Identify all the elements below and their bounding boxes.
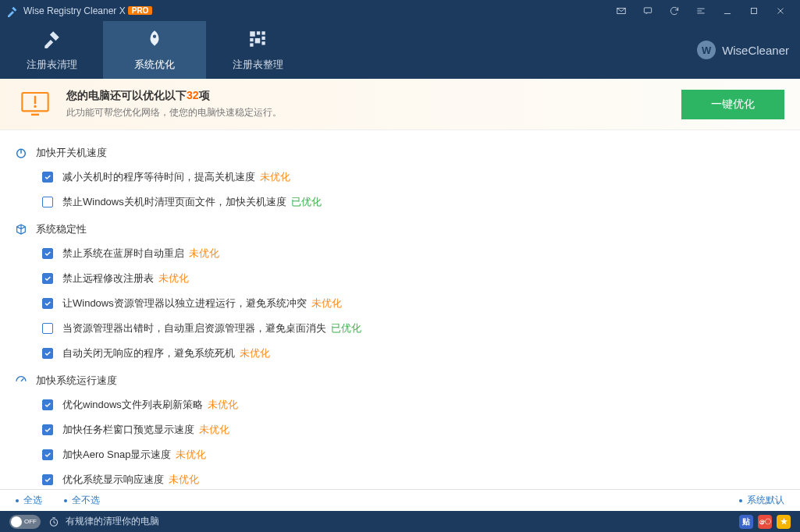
content-list[interactable]: 加快开关机速度减小关机时的程序等待时间，提高关机速度未优化禁止Windows关机… — [0, 130, 800, 489]
pro-badge: PRO — [128, 6, 153, 15]
section-title: 系统稳定性 — [36, 222, 87, 236]
tab-registry-clean[interactable]: 注册表清理 — [0, 21, 103, 79]
list-item: 禁止远程修改注册表未优化 — [14, 266, 786, 291]
footer-actions: 全选 全不选 系统默认 — [0, 489, 800, 511]
item-text: 禁止远程修改注册表 — [62, 271, 154, 286]
checkbox[interactable] — [42, 424, 53, 435]
checkbox[interactable] — [42, 348, 53, 359]
section: 加快开关机速度减小关机时的程序等待时间，提高关机速度未优化禁止Windows关机… — [14, 141, 786, 215]
system-default-link[interactable]: 系统默认 — [739, 494, 784, 507]
checkbox[interactable] — [42, 298, 53, 309]
rocket-icon — [144, 29, 165, 51]
svg-rect-2 — [752, 8, 757, 13]
app-icon — [6, 5, 19, 17]
section: 加快系统运行速度优化windows文件列表刷新策略未优化加快任务栏窗口预览显示速… — [14, 369, 786, 489]
status-badge: 已优化 — [331, 321, 361, 335]
mail-icon[interactable] — [608, 0, 635, 21]
list-item: 当资源管理器出错时，自动重启资源管理器，避免桌面消失已优化 — [14, 316, 786, 341]
menu-icon[interactable] — [688, 0, 714, 21]
list-item: 优化windows文件列表刷新策略未优化 — [14, 392, 786, 417]
section-header[interactable]: 系统稳定性 — [14, 218, 786, 241]
item-text: 优化windows文件列表刷新策略 — [62, 398, 203, 412]
status-badge: 未优化 — [311, 296, 342, 310]
select-all-link[interactable]: 全选 — [16, 494, 42, 507]
svg-rect-7 — [250, 37, 253, 41]
app-title: Wise Registry Cleaner X — [23, 5, 126, 16]
status-badge: 未优化 — [176, 448, 206, 462]
status-badge: 未优化 — [199, 423, 229, 437]
item-text: 减小关机时的程序等待时间，提高关机速度 — [62, 170, 255, 184]
close-button[interactable] — [767, 0, 794, 21]
svg-rect-9 — [261, 36, 265, 39]
tieba-icon[interactable]: 贴 — [739, 515, 753, 529]
status-badge: 未优化 — [260, 170, 290, 184]
svg-rect-13 — [31, 113, 39, 115]
feedback-icon[interactable] — [635, 0, 661, 21]
checkbox[interactable] — [42, 248, 53, 259]
item-text: 当资源管理器出错时，自动重启资源管理器，避免桌面消失 — [62, 321, 326, 335]
weibo-icon[interactable]: ෙ — [758, 515, 772, 529]
svg-rect-11 — [261, 41, 265, 44]
optimize-button[interactable]: 一键优化 — [681, 90, 784, 119]
svg-rect-4 — [250, 31, 255, 37]
star-icon[interactable]: ★ — [777, 515, 791, 529]
status-badge: 未优化 — [189, 246, 219, 261]
checkbox[interactable] — [42, 399, 53, 410]
schedule-text: 有规律的清理你的电脑 — [66, 515, 159, 528]
cube-icon — [14, 222, 28, 236]
minimize-button[interactable] — [714, 0, 741, 21]
checkbox[interactable] — [42, 474, 53, 485]
section-title: 加快系统运行速度 — [36, 374, 117, 388]
svg-rect-8 — [255, 37, 261, 42]
brand-right: W WiseCleaner — [697, 41, 789, 59]
tab-label: 注册表清理 — [27, 58, 77, 72]
svg-rect-5 — [257, 31, 260, 34]
svg-point-3 — [153, 34, 156, 37]
svg-rect-10 — [250, 43, 253, 46]
checkbox[interactable] — [42, 273, 53, 284]
clock-icon — [48, 516, 59, 527]
nav-tabs: 注册表清理系统优化注册表整理 W WiseCleaner — [0, 21, 800, 79]
status-badge: 未优化 — [158, 271, 189, 286]
tab-registry-defrag[interactable]: 注册表整理 — [206, 21, 309, 79]
section-header[interactable]: 加快开关机速度 — [14, 141, 786, 165]
status-badge: 未优化 — [240, 346, 270, 360]
list-item: 加快Aero Snap显示速度未优化 — [14, 442, 786, 467]
section-header[interactable]: 加快系统运行速度 — [14, 369, 786, 392]
power-icon — [14, 146, 28, 160]
section-title: 加快开关机速度 — [36, 146, 107, 160]
refresh-icon[interactable] — [661, 0, 688, 21]
item-text: 禁止Windows关机时清理页面文件，加快关机速度 — [62, 195, 286, 209]
list-item: 让Windows资源管理器以独立进程运行，避免系统冲突未优化 — [14, 291, 786, 316]
section: 系统稳定性禁止系统在蓝屏时自动重启未优化禁止远程修改注册表未优化让Windows… — [14, 218, 786, 366]
warning-monitor-icon — [20, 89, 51, 120]
deselect-all-link[interactable]: 全不选 — [64, 494, 100, 507]
titlebar: Wise Registry Cleaner X PRO — [0, 0, 800, 21]
wisecleaner-logo-icon: W — [697, 41, 716, 59]
item-text: 加快任务栏窗口预览显示速度 — [62, 423, 194, 437]
brand-text: WiseCleaner — [722, 44, 789, 57]
schedule-toggle[interactable]: OFF — [9, 515, 41, 529]
checkbox[interactable] — [42, 323, 53, 334]
checkbox[interactable] — [42, 197, 53, 207]
item-text: 禁止系统在蓝屏时自动重启 — [62, 246, 184, 261]
list-item: 加快任务栏窗口预览显示速度未优化 — [14, 417, 786, 442]
banner-subtext: 此功能可帮您优化网络，使您的电脑快速稳定运行。 — [66, 106, 282, 119]
list-item: 自动关闭无响应的程序，避免系统死机未优化 — [14, 341, 786, 366]
status-bar: OFF 有规律的清理你的电脑 贴ෙ★ — [0, 511, 800, 532]
svg-point-14 — [34, 105, 36, 107]
svg-rect-1 — [644, 7, 651, 12]
list-item: 禁止系统在蓝屏时自动重启未优化 — [14, 241, 786, 266]
brush-icon — [41, 29, 62, 51]
checkbox[interactable] — [42, 172, 53, 183]
banner-heading: 您的电脑还可以优化以下32项 — [66, 89, 282, 103]
tab-label: 系统优化 — [134, 58, 175, 72]
tab-system-tuneup[interactable]: 系统优化 — [103, 21, 206, 79]
tab-label: 注册表整理 — [233, 58, 283, 72]
maximize-button[interactable] — [741, 0, 767, 21]
status-badge: 未优化 — [208, 398, 238, 412]
checkbox[interactable] — [42, 449, 53, 460]
banner: 您的电脑还可以优化以下32项 此功能可帮您优化网络，使您的电脑快速稳定运行。 一… — [0, 79, 800, 130]
item-text: 优化系统显示响应速度 — [62, 473, 164, 487]
grid-icon — [247, 29, 268, 51]
